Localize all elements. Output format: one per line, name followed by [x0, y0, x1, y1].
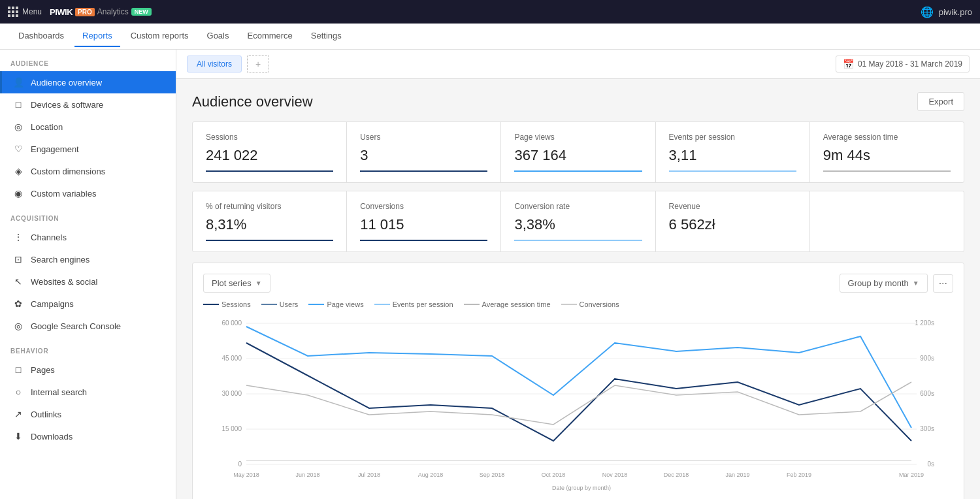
logo-analytics: Analytics	[97, 7, 129, 16]
export-button[interactable]: Export	[917, 92, 964, 111]
nav-custom-reports[interactable]: Custom reports	[123, 25, 197, 47]
sidebar-item-location[interactable]: ◎ Location	[0, 116, 176, 138]
metric-label: Average session time	[823, 133, 951, 142]
metric-label: Sessions	[206, 133, 333, 142]
sidebar-item-channels[interactable]: ⋮ Channels	[0, 226, 176, 248]
sidebar-item-label: Websites & social	[31, 277, 97, 287]
nav-reports[interactable]: Reports	[74, 25, 120, 47]
group-by-label: Group by month	[848, 278, 909, 288]
tab-all-visitors[interactable]: All visitors	[187, 56, 242, 72]
sidebar-item-label: Google Search Console	[31, 321, 121, 331]
sidebar-item-google-search-console[interactable]: ◎ Google Search Console	[0, 315, 176, 337]
outlinks-icon: ↗	[12, 409, 24, 419]
sidebar-item-downloads[interactable]: ⬇ Downloads	[0, 425, 176, 447]
legend-conversions: Conversions	[561, 300, 619, 308]
metric-label: Conversion rate	[514, 202, 642, 211]
menu-button[interactable]: Menu	[8, 7, 42, 17]
content-area: All visitors + 📅 01 May 2018 - 31 March …	[176, 50, 980, 499]
websites-social-icon: ↖	[12, 276, 24, 287]
metric-label: % of returning visitors	[206, 202, 333, 211]
nav-settings[interactable]: Settings	[303, 25, 350, 47]
more-options-button[interactable]: ···	[933, 274, 953, 293]
svg-text:900s: 900s	[920, 355, 934, 362]
metric-underline	[823, 170, 951, 172]
sidebar-item-campaigns[interactable]: ✿ Campaigns	[0, 293, 176, 315]
sidebar-item-label: Channels	[31, 233, 67, 242]
audience-section-label: AUDIENCE	[0, 50, 176, 71]
svg-text:Jul 2018: Jul 2018	[358, 472, 380, 478]
metric-sessions: Sessions 241 022	[193, 122, 347, 182]
sidebar-item-label: Location	[31, 122, 63, 132]
svg-text:60 000: 60 000	[221, 319, 242, 327]
sidebar-item-custom-variables[interactable]: ◉ Custom variables	[0, 182, 176, 204]
metric-events-per-session: Events per session 3,11	[656, 122, 810, 182]
legend-label-conversions: Conversions	[580, 300, 619, 308]
internal-search-icon: ○	[12, 387, 24, 397]
sidebar-item-internal-search[interactable]: ○ Internal search	[0, 381, 176, 403]
metric-underline	[360, 170, 487, 172]
google-search-console-icon: ◎	[12, 321, 24, 331]
svg-text:30 000: 30 000	[221, 390, 242, 397]
sidebar-item-pages[interactable]: □ Pages	[0, 359, 176, 381]
metric-label: Revenue	[669, 202, 796, 211]
logo-new: NEW	[131, 8, 152, 16]
metric-value: 8,31%	[206, 216, 333, 233]
downloads-icon: ⬇	[12, 431, 24, 442]
chart-right-controls: Group by month ▼ ···	[840, 274, 953, 293]
sidebar-item-devices[interactable]: □ Devices & software	[0, 93, 176, 116]
svg-text:May 2018: May 2018	[233, 472, 259, 478]
metric-underline	[669, 170, 796, 172]
svg-text:Oct 2018: Oct 2018	[542, 472, 566, 478]
main-layout: AUDIENCE 👤 Audience overview □ Devices &…	[0, 50, 980, 499]
sidebar-item-label: Internal search	[31, 387, 87, 397]
sidebar-item-search-engines[interactable]: ⊡ Search engines	[0, 248, 176, 270]
menu-label: Menu	[22, 7, 42, 16]
svg-text:Date (group by month): Date (group by month)	[552, 485, 611, 491]
sidebar-item-websites-social[interactable]: ↖ Websites & social	[0, 270, 176, 293]
dropdown-arrow-icon: ▼	[913, 280, 919, 287]
sidebar-item-label: Campaigns	[31, 299, 74, 309]
date-range-picker[interactable]: 📅 01 May 2018 - 31 March 2019	[836, 56, 970, 72]
domain-label: piwik.pro	[939, 7, 972, 17]
sidebar-item-audience-overview[interactable]: 👤 Audience overview	[0, 71, 176, 93]
legend-label-avg-session: Average session time	[482, 300, 551, 308]
acquisition-section-label: ACQUISITION	[0, 204, 176, 226]
sidebar-item-engagement[interactable]: ♡ Engagement	[0, 138, 176, 160]
search-engines-icon: ⊡	[12, 254, 24, 265]
page-header: Audience overview Export	[192, 92, 964, 111]
legend-events: Events per session	[374, 300, 453, 308]
date-range-label: 01 May 2018 - 31 March 2019	[858, 59, 962, 69]
legend-label-sessions: Sessions	[221, 300, 251, 308]
nav-ecommerce[interactable]: Ecommerce	[239, 25, 300, 47]
nav-goals[interactable]: Goals	[199, 25, 237, 47]
metric-value: 3,11	[669, 147, 796, 164]
metric-conversion-rate: Conversion rate 3,38%	[501, 191, 655, 251]
metric-underline	[514, 170, 642, 172]
globe-icon[interactable]: 🌐	[921, 6, 934, 18]
group-by-button[interactable]: Group by month ▼	[840, 274, 928, 293]
plot-series-button[interactable]: Plot series ▼	[203, 274, 270, 293]
metric-value: 367 164	[514, 147, 642, 164]
svg-text:Dec 2018: Dec 2018	[664, 472, 689, 478]
legend-line-users	[261, 304, 277, 305]
metric-value: 3	[360, 147, 487, 164]
legend-users: Users	[261, 300, 299, 308]
metric-underline	[669, 240, 796, 241]
metric-value: 11 015	[360, 216, 487, 233]
metric-label: Page views	[514, 133, 642, 142]
metric-underline	[360, 240, 487, 241]
sidebar: AUDIENCE 👤 Audience overview □ Devices &…	[0, 50, 176, 499]
nav-dashboards[interactable]: Dashboards	[10, 25, 72, 47]
chart-legend: Sessions Users Page views Events per ses…	[203, 300, 953, 308]
sidebar-item-label: Search engines	[31, 255, 90, 265]
svg-text:Sep 2018: Sep 2018	[480, 472, 505, 478]
svg-text:0s: 0s	[927, 460, 934, 468]
tab-add-button[interactable]: +	[247, 55, 269, 73]
dropdown-arrow-icon: ▼	[255, 280, 262, 287]
sidebar-item-label: Custom variables	[31, 189, 96, 199]
sidebar-item-outlinks[interactable]: ↗ Outlinks	[0, 403, 176, 425]
sidebar-item-custom-dimensions[interactable]: ◈ Custom dimensions	[0, 160, 176, 182]
metric-value: 241 022	[206, 147, 333, 164]
svg-text:Jun 2018: Jun 2018	[295, 472, 319, 478]
svg-text:Mar 2019: Mar 2019	[899, 472, 924, 478]
